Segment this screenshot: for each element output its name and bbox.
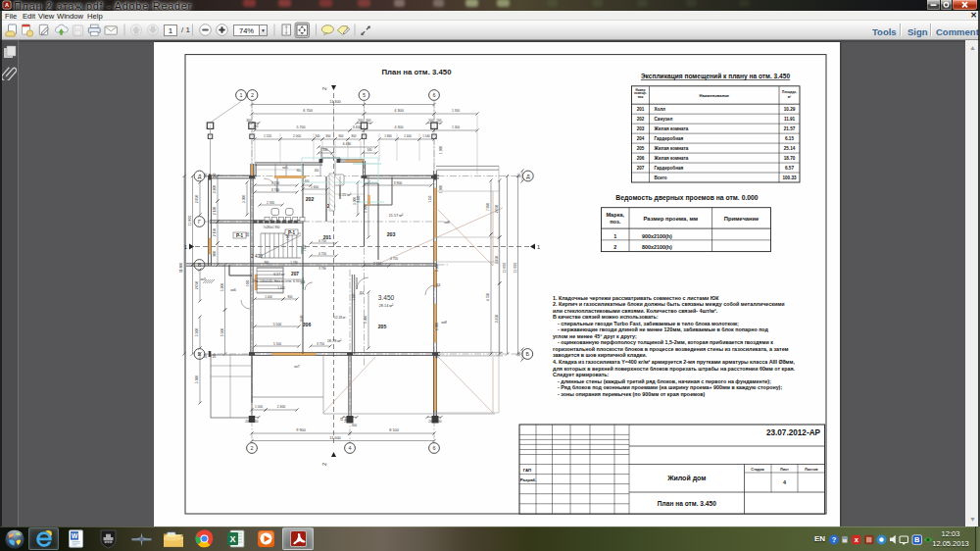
svg-text:2 400: 2 400	[404, 134, 412, 138]
svg-text:4 300: 4 300	[394, 125, 403, 129]
svg-text:203: 203	[637, 126, 645, 131]
svg-text:X: X	[229, 534, 235, 544]
svg-text:7 050: 7 050	[486, 203, 490, 211]
svg-text:ок8: ок8	[444, 221, 450, 225]
svg-text:Марка,: Марка,	[606, 212, 624, 218]
svg-text:2: 2	[251, 445, 254, 451]
svg-text:11 000: 11 000	[329, 436, 340, 440]
svg-text:300: 300	[204, 173, 208, 177]
svg-text:9 900: 9 900	[296, 428, 306, 432]
svg-text:6 700: 6 700	[303, 109, 313, 113]
svg-text:Д: Д	[198, 174, 202, 179]
svg-text:Стадия: Стадия	[751, 468, 764, 472]
svg-text:- зоны опирания перемычек (по: - зоны опирания перемычек (по 900мм от к…	[558, 391, 705, 397]
svg-text:3.450: 3.450	[378, 294, 395, 301]
svg-text:21.57: 21.57	[784, 126, 796, 131]
svg-text:200: 200	[517, 351, 521, 356]
svg-text:450: 450	[315, 169, 319, 173]
svg-text:1 860: 1 860	[384, 134, 392, 138]
svg-text:Жилой дом: Жилой дом	[666, 475, 706, 482]
svg-text:ок8: ок8	[441, 321, 447, 325]
svg-text:21.57 м²: 21.57 м²	[389, 213, 404, 218]
svg-text:12.28 м²: 12.28 м²	[334, 316, 346, 320]
svg-text:7х280х1 950: 7х280х1 950	[264, 225, 280, 229]
svg-text:Д4: Д4	[436, 283, 440, 287]
svg-text:980: 980	[265, 261, 270, 265]
svg-text:1 100: 1 100	[439, 146, 443, 154]
svg-text:6 480: 6 480	[343, 142, 352, 146]
svg-text:800: 800	[288, 295, 293, 299]
svg-text:340: 340	[316, 134, 320, 138]
svg-text:18.78 м²: 18.78 м²	[327, 338, 342, 343]
svg-text:2 050: 2 050	[195, 281, 199, 290]
svg-text:800х2100(h): 800х2100(h)	[642, 244, 672, 250]
svg-text:Р-1: Р-1	[236, 233, 244, 238]
svg-text:18.70: 18.70	[784, 156, 796, 161]
svg-text:горизонтальной плоскости блоко: горизонтальной плоскости блоков в процес…	[553, 346, 789, 352]
svg-text:B: B	[914, 535, 920, 544]
svg-text:25.14: 25.14	[784, 146, 796, 151]
svg-text:Экспликация помещений к плану: Экспликация помещений к плану на отм. 3.…	[641, 73, 791, 80]
svg-text:28.14 м²: 28.14 м²	[379, 303, 394, 308]
svg-text:4: 4	[783, 479, 786, 485]
svg-text:4 750: 4 750	[486, 293, 490, 301]
svg-text:1 540: 1 540	[422, 134, 430, 138]
svg-text:5 500: 5 500	[195, 376, 199, 383]
svg-text:1: 1	[184, 244, 187, 250]
svg-text:2. Кирпич и газосиликатные бло: 2. Кирпич и газосиликатные блоки должны …	[553, 301, 784, 307]
svg-text:Жилая комната: Жилая комната	[654, 146, 689, 151]
svg-text:2 150: 2 150	[213, 228, 217, 237]
svg-text:11 600: 11 600	[503, 263, 507, 274]
svg-text:1 100: 1 100	[439, 185, 443, 193]
svg-text:Гардеробная: Гардеробная	[655, 135, 684, 141]
svg-text:900: 900	[213, 251, 217, 257]
svg-text:Д: Д	[526, 174, 530, 179]
svg-text:5 500: 5 500	[273, 323, 282, 326]
svg-text:205: 205	[378, 324, 387, 329]
svg-text:Г: Г	[198, 219, 201, 225]
svg-text:1 400: 1 400	[277, 286, 285, 290]
svg-text:Примечание: Примечание	[724, 216, 760, 222]
svg-text:ок3: ок3	[200, 277, 205, 281]
svg-text:5 500: 5 500	[273, 342, 281, 346]
svg-text:200: 200	[213, 353, 217, 358]
svg-text:Ведомость дверных проемов на о: Ведомость дверных проемов на отм. 0.000	[615, 194, 759, 202]
svg-text:Лист: Лист	[780, 468, 789, 472]
svg-text:400: 400	[305, 179, 310, 183]
svg-text:или стеклопластиковыми связями: или стеклопластиковыми связями. Количест…	[553, 308, 718, 314]
svg-text:1 300: 1 300	[452, 109, 460, 113]
svg-text:3 450: 3 450	[495, 256, 499, 265]
svg-text:200: 200	[358, 119, 364, 123]
svg-text:В: В	[198, 262, 202, 268]
svg-text:Гардеробная: Гардеробная	[655, 165, 684, 171]
svg-text:1 600: 1 600	[311, 185, 318, 189]
svg-text:4. Кладка из газосиликата Y=40: 4. Кладка из газосиликата Y=400 кг/м³ ар…	[553, 359, 796, 365]
svg-text:800: 800	[326, 134, 331, 138]
svg-text:206: 206	[637, 156, 645, 161]
svg-text:800: 800	[352, 134, 357, 138]
svg-text:2: 2	[613, 244, 616, 250]
svg-text:340: 340	[368, 148, 372, 152]
svg-text:5: 5	[363, 92, 366, 98]
svg-text:202: 202	[306, 196, 315, 202]
svg-text:660: 660	[297, 169, 302, 173]
svg-text:- Ряд блоков под оконными прое: - Ряд блоков под оконными проемами (на ш…	[558, 384, 782, 390]
svg-text:ок5: ок5	[282, 166, 288, 170]
svg-text:6.15 м²: 6.15 м²	[339, 192, 352, 197]
svg-text:300: 300	[204, 353, 208, 358]
svg-text:2: 2	[321, 87, 327, 90]
svg-text:Холл: Холл	[655, 107, 666, 112]
svg-text:3 900: 3 900	[394, 181, 403, 185]
svg-text:- длинные стены (каждый третий: - длинные стены (каждый третий ряд блоко…	[558, 378, 771, 384]
svg-text:300: 300	[366, 119, 371, 123]
svg-text:900х2100(h): 900х2100(h)	[642, 233, 672, 239]
svg-text:1 300: 1 300	[452, 125, 460, 129]
svg-text:План на отм. 3.450: План на отм. 3.450	[382, 68, 453, 76]
svg-text:2 050: 2 050	[495, 205, 499, 214]
svg-text:2: 2	[251, 92, 254, 98]
svg-text:Жилая комната: Жилая комната	[654, 126, 689, 131]
svg-text:6: 6	[433, 92, 436, 98]
svg-text:5 100: 5 100	[364, 205, 368, 213]
svg-text:Наименование: Наименование	[699, 93, 729, 98]
svg-text:4 750: 4 750	[318, 239, 326, 243]
